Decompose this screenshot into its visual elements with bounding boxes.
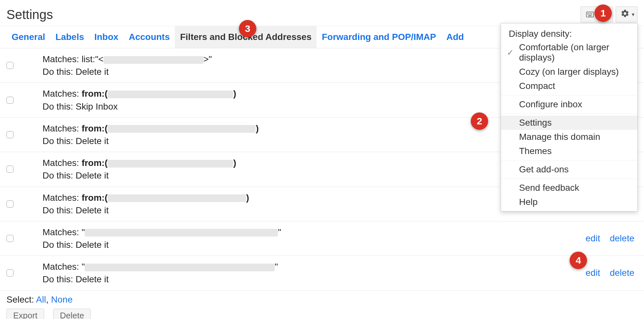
settings-dropdown: Display density: ✓Comfortable (on larger…: [501, 23, 638, 211]
tab-labels[interactable]: Labels: [50, 26, 89, 48]
page-title: Settings: [6, 7, 53, 22]
annotation-badge-4: 4: [570, 252, 587, 269]
tab-forwarding-and-pop-imap[interactable]: Forwarding and POP/IMAP: [317, 26, 441, 48]
filter-action: Delete it: [76, 205, 109, 215]
export-button[interactable]: Export: [6, 309, 44, 319]
density-option-label: Compact: [519, 81, 555, 91]
select-row: Select: All, None: [0, 291, 644, 305]
menu-help[interactable]: Help: [501, 195, 637, 209]
matches-label: Matches:: [43, 123, 81, 133]
match-suffix: ): [256, 123, 259, 133]
dothis-label: Do this:: [43, 240, 76, 250]
dothis-label: Do this:: [43, 274, 76, 284]
filter-checkbox[interactable]: [6, 200, 14, 208]
filter-checkbox[interactable]: [6, 97, 14, 104]
match-prefix: list:"<: [81, 54, 103, 64]
menu-settings[interactable]: Settings: [501, 116, 637, 130]
chevron-down-icon: ▼: [631, 12, 635, 17]
density-option[interactable]: Compact: [501, 79, 637, 93]
annotation-badge-2: 2: [471, 112, 488, 130]
matches-label: Matches:: [43, 158, 81, 168]
dothis-label: Do this:: [43, 205, 76, 215]
match-suffix: ": [278, 227, 281, 237]
filter-action: Delete it: [76, 274, 109, 284]
gear-icon: [620, 9, 630, 20]
filter-delete-link[interactable]: delete: [610, 268, 634, 278]
filter-action: Skip Inbox: [76, 102, 118, 111]
dothis-label: Do this:: [43, 136, 76, 146]
density-option-label: Cozy (on larger displays): [519, 67, 619, 77]
density-option[interactable]: ✓Comfortable (on larger displays): [501, 40, 637, 65]
density-option[interactable]: Cozy (on larger displays): [501, 65, 637, 79]
menu-get-addons[interactable]: Get add-ons: [501, 162, 637, 177]
tab-accounts[interactable]: Accounts: [124, 26, 175, 48]
redacted-content: [108, 125, 256, 133]
matches-label: Matches:: [43, 262, 81, 272]
redacted-content: [108, 194, 246, 202]
matches-label: Matches:: [43, 54, 81, 64]
annotation-badge-3: 3: [239, 20, 256, 37]
match-prefix: from:(: [81, 89, 108, 99]
match-prefix: from:(: [81, 193, 108, 203]
select-all-link[interactable]: All: [36, 295, 46, 304]
match-prefix: ": [81, 262, 85, 272]
matches-label: Matches:: [43, 227, 81, 237]
annotation-badge-1: 1: [594, 5, 612, 22]
filter-delete-link[interactable]: delete: [610, 233, 634, 244]
match-prefix: ": [81, 227, 85, 237]
match-suffix: ): [233, 158, 236, 168]
svg-rect-8: [591, 14, 592, 15]
filter-edit-link[interactable]: edit: [586, 233, 600, 244]
svg-rect-7: [590, 14, 591, 15]
filter-action: Delete it: [76, 170, 109, 180]
redacted-content: [85, 229, 278, 237]
filter-checkbox[interactable]: [6, 235, 14, 242]
filter-row: Matches: ""Do this: Delete iteditdelete: [0, 221, 644, 256]
dothis-label: Do this:: [43, 102, 76, 111]
svg-rect-4: [591, 13, 592, 14]
filter-action: Delete it: [76, 136, 109, 146]
redacted-content: [85, 264, 275, 271]
menu-configure-inbox[interactable]: Configure inbox: [501, 97, 637, 111]
tab-general[interactable]: General: [6, 26, 50, 48]
filter-text: Matches: ""Do this: Delete it: [43, 260, 586, 285]
filter-checkbox[interactable]: [6, 269, 14, 276]
filter-row: Matches: ""Do this: Delete iteditdelete: [0, 256, 644, 290]
redacted-content: [104, 56, 204, 64]
tab-inbox[interactable]: Inbox: [89, 26, 124, 48]
match-prefix: from:(: [81, 123, 108, 133]
filter-action: Delete it: [76, 67, 109, 77]
match-suffix: ): [246, 193, 249, 203]
select-none-link[interactable]: None: [51, 295, 73, 304]
select-label: Select:: [6, 295, 34, 304]
svg-rect-3: [590, 13, 591, 14]
filter-checkbox[interactable]: [6, 62, 14, 69]
redacted-content: [108, 91, 233, 98]
dothis-label: Do this:: [43, 170, 76, 180]
menu-themes[interactable]: Themes: [501, 144, 637, 158]
svg-rect-2: [589, 13, 589, 14]
menu-manage-domain[interactable]: Manage this domain: [501, 130, 637, 144]
svg-rect-5: [587, 14, 588, 15]
match-suffix: ": [275, 262, 278, 272]
delete-button[interactable]: Delete: [53, 309, 91, 319]
filter-action: Delete it: [76, 240, 109, 250]
settings-gear-button[interactable]: ▼: [616, 6, 638, 23]
svg-rect-1: [587, 13, 588, 14]
svg-rect-6: [589, 14, 589, 15]
matches-label: Matches:: [43, 193, 81, 203]
matches-label: Matches:: [43, 89, 81, 99]
redacted-content: [108, 160, 233, 168]
tab-add[interactable]: Add: [441, 26, 469, 48]
filter-edit-link[interactable]: edit: [586, 268, 600, 278]
density-option-label: Comfortable (on larger displays): [519, 42, 609, 63]
match-suffix: ): [233, 89, 236, 99]
menu-send-feedback[interactable]: Send feedback: [501, 181, 637, 195]
filter-checkbox[interactable]: [6, 166, 14, 173]
match-suffix: >": [204, 54, 212, 64]
density-title: Display density:: [501, 25, 637, 40]
filter-text: Matches: ""Do this: Delete it: [43, 226, 586, 251]
filter-checkbox[interactable]: [6, 131, 14, 138]
dothis-label: Do this:: [43, 67, 76, 77]
svg-rect-9: [588, 15, 592, 16]
